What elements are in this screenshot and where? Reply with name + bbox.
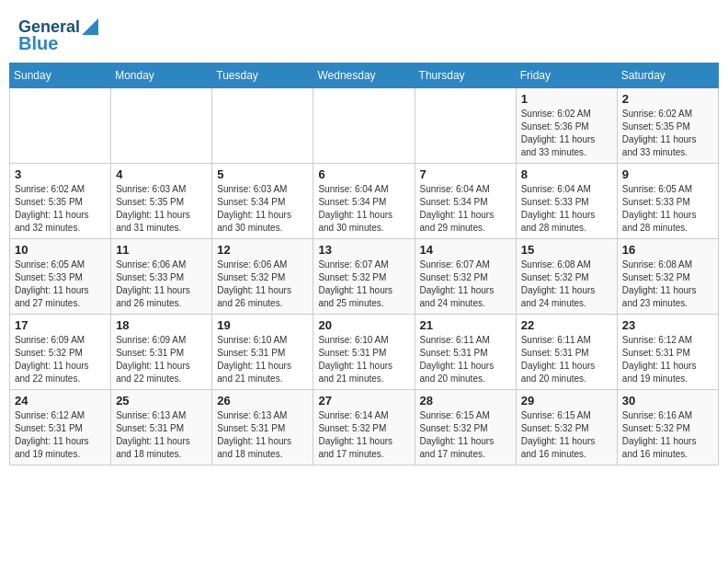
day-info: Sunrise: 6:03 AMSunset: 5:35 PMDaylight:… (116, 183, 207, 235)
day-cell-20: 20Sunrise: 6:10 AMSunset: 5:31 PMDayligh… (313, 314, 415, 389)
col-header-monday: Monday (111, 63, 212, 87)
day-info: Sunrise: 6:08 AMSunset: 5:32 PMDaylight:… (622, 259, 713, 310)
day-cell-19: 19Sunrise: 6:10 AMSunset: 5:31 PMDayligh… (212, 314, 313, 389)
day-info: Sunrise: 6:13 AMSunset: 5:31 PMDaylight:… (217, 409, 308, 461)
day-cell-2: 2Sunrise: 6:02 AMSunset: 5:35 PMDaylight… (617, 87, 718, 163)
day-info: Sunrise: 6:15 AMSunset: 5:32 PMDaylight:… (420, 409, 511, 461)
day-cell-11: 11Sunrise: 6:06 AMSunset: 5:33 PMDayligh… (111, 238, 212, 314)
day-number: 15 (521, 243, 612, 257)
day-number: 28 (420, 394, 511, 408)
day-info: Sunrise: 6:09 AMSunset: 5:32 PMDaylight:… (15, 334, 106, 385)
day-cell-30: 30Sunrise: 6:16 AMSunset: 5:32 PMDayligh… (617, 389, 718, 465)
day-cell-13: 13Sunrise: 6:07 AMSunset: 5:32 PMDayligh… (313, 238, 415, 314)
day-number: 5 (217, 167, 308, 181)
day-info: Sunrise: 6:10 AMSunset: 5:31 PMDaylight:… (318, 334, 409, 385)
day-number: 10 (15, 243, 106, 257)
day-cell-22: 22Sunrise: 6:11 AMSunset: 5:31 PMDayligh… (516, 314, 617, 389)
day-cell-18: 18Sunrise: 6:09 AMSunset: 5:31 PMDayligh… (111, 314, 212, 389)
day-cell-28: 28Sunrise: 6:15 AMSunset: 5:32 PMDayligh… (415, 389, 516, 465)
day-info: Sunrise: 6:04 AMSunset: 5:34 PMDaylight:… (420, 183, 511, 235)
col-header-sunday: Sunday (10, 63, 111, 87)
empty-cell (212, 87, 313, 163)
day-number: 11 (116, 243, 207, 257)
day-info: Sunrise: 6:04 AMSunset: 5:33 PMDaylight:… (521, 183, 612, 235)
day-cell-14: 14Sunrise: 6:07 AMSunset: 5:32 PMDayligh… (415, 238, 516, 314)
day-number: 6 (318, 167, 409, 181)
day-number: 7 (420, 167, 511, 181)
empty-cell (111, 87, 212, 163)
day-cell-25: 25Sunrise: 6:13 AMSunset: 5:31 PMDayligh… (111, 389, 212, 465)
day-cell-24: 24Sunrise: 6:12 AMSunset: 5:31 PMDayligh… (10, 389, 111, 465)
week-row-5: 24Sunrise: 6:12 AMSunset: 5:31 PMDayligh… (10, 389, 719, 465)
day-number: 19 (217, 318, 308, 332)
day-number: 24 (15, 394, 106, 408)
day-cell-16: 16Sunrise: 6:08 AMSunset: 5:32 PMDayligh… (617, 238, 718, 314)
day-info: Sunrise: 6:10 AMSunset: 5:31 PMDaylight:… (217, 334, 308, 385)
day-number: 12 (217, 243, 308, 257)
day-number: 16 (622, 243, 713, 257)
logo-blue: Blue (18, 33, 58, 53)
day-cell-10: 10Sunrise: 6:05 AMSunset: 5:33 PMDayligh… (10, 238, 111, 314)
day-number: 13 (318, 243, 409, 257)
logo: General Blue (18, 18, 98, 53)
day-info: Sunrise: 6:03 AMSunset: 5:34 PMDaylight:… (217, 183, 308, 235)
day-number: 18 (116, 318, 207, 332)
day-cell-8: 8Sunrise: 6:04 AMSunset: 5:33 PMDaylight… (516, 163, 617, 238)
day-cell-27: 27Sunrise: 6:14 AMSunset: 5:32 PMDayligh… (313, 389, 415, 465)
day-info: Sunrise: 6:07 AMSunset: 5:32 PMDaylight:… (318, 259, 409, 310)
day-info: Sunrise: 6:16 AMSunset: 5:32 PMDaylight:… (622, 409, 713, 461)
day-number: 23 (622, 318, 713, 332)
day-info: Sunrise: 6:11 AMSunset: 5:31 PMDaylight:… (521, 334, 612, 385)
col-header-thursday: Thursday (415, 63, 516, 87)
day-info: Sunrise: 6:02 AMSunset: 5:35 PMDaylight:… (622, 108, 713, 159)
day-info: Sunrise: 6:09 AMSunset: 5:31 PMDaylight:… (116, 334, 207, 385)
day-cell-12: 12Sunrise: 6:06 AMSunset: 5:32 PMDayligh… (212, 238, 313, 314)
day-number: 21 (420, 318, 511, 332)
svg-marker-0 (82, 18, 98, 35)
day-cell-21: 21Sunrise: 6:11 AMSunset: 5:31 PMDayligh… (415, 314, 516, 389)
day-cell-15: 15Sunrise: 6:08 AMSunset: 5:32 PMDayligh… (516, 238, 617, 314)
day-number: 22 (521, 318, 612, 332)
col-header-wednesday: Wednesday (313, 63, 415, 87)
day-number: 4 (116, 167, 207, 181)
day-info: Sunrise: 6:04 AMSunset: 5:34 PMDaylight:… (318, 183, 409, 235)
day-number: 30 (622, 394, 713, 408)
day-cell-1: 1Sunrise: 6:02 AMSunset: 5:36 PMDaylight… (516, 87, 617, 163)
day-cell-6: 6Sunrise: 6:04 AMSunset: 5:34 PMDaylight… (313, 163, 415, 238)
day-number: 8 (521, 167, 612, 181)
day-info: Sunrise: 6:12 AMSunset: 5:31 PMDaylight:… (15, 409, 106, 461)
day-cell-4: 4Sunrise: 6:03 AMSunset: 5:35 PMDaylight… (111, 163, 212, 238)
day-info: Sunrise: 6:14 AMSunset: 5:32 PMDaylight:… (318, 409, 409, 461)
empty-cell (415, 87, 516, 163)
day-number: 25 (116, 394, 207, 408)
calendar-table: SundayMondayTuesdayWednesdayThursdayFrid… (9, 63, 719, 465)
day-number: 26 (217, 394, 308, 408)
day-number: 17 (15, 318, 106, 332)
day-info: Sunrise: 6:12 AMSunset: 5:31 PMDaylight:… (622, 334, 713, 385)
day-info: Sunrise: 6:07 AMSunset: 5:32 PMDaylight:… (420, 259, 511, 310)
col-header-saturday: Saturday (617, 63, 718, 87)
day-cell-9: 9Sunrise: 6:05 AMSunset: 5:33 PMDaylight… (617, 163, 718, 238)
day-cell-7: 7Sunrise: 6:04 AMSunset: 5:34 PMDaylight… (415, 163, 516, 238)
day-number: 27 (318, 394, 409, 408)
day-cell-23: 23Sunrise: 6:12 AMSunset: 5:31 PMDayligh… (617, 314, 718, 389)
day-number: 20 (318, 318, 409, 332)
week-row-4: 17Sunrise: 6:09 AMSunset: 5:32 PMDayligh… (10, 314, 719, 389)
page-header: General Blue (9, 9, 719, 58)
logo-triangle-icon (82, 18, 98, 35)
day-info: Sunrise: 6:13 AMSunset: 5:31 PMDaylight:… (116, 409, 207, 461)
week-row-1: 1Sunrise: 6:02 AMSunset: 5:36 PMDaylight… (10, 87, 719, 163)
day-cell-5: 5Sunrise: 6:03 AMSunset: 5:34 PMDaylight… (212, 163, 313, 238)
day-info: Sunrise: 6:15 AMSunset: 5:32 PMDaylight:… (521, 409, 612, 461)
empty-cell (313, 87, 415, 163)
week-row-2: 3Sunrise: 6:02 AMSunset: 5:35 PMDaylight… (10, 163, 719, 238)
day-cell-26: 26Sunrise: 6:13 AMSunset: 5:31 PMDayligh… (212, 389, 313, 465)
day-cell-3: 3Sunrise: 6:02 AMSunset: 5:35 PMDaylight… (10, 163, 111, 238)
day-number: 9 (622, 167, 713, 181)
day-info: Sunrise: 6:02 AMSunset: 5:36 PMDaylight:… (521, 108, 612, 159)
day-number: 2 (622, 92, 713, 106)
day-info: Sunrise: 6:08 AMSunset: 5:32 PMDaylight:… (521, 259, 612, 310)
day-number: 3 (15, 167, 106, 181)
day-cell-17: 17Sunrise: 6:09 AMSunset: 5:32 PMDayligh… (10, 314, 111, 389)
day-info: Sunrise: 6:11 AMSunset: 5:31 PMDaylight:… (420, 334, 511, 385)
